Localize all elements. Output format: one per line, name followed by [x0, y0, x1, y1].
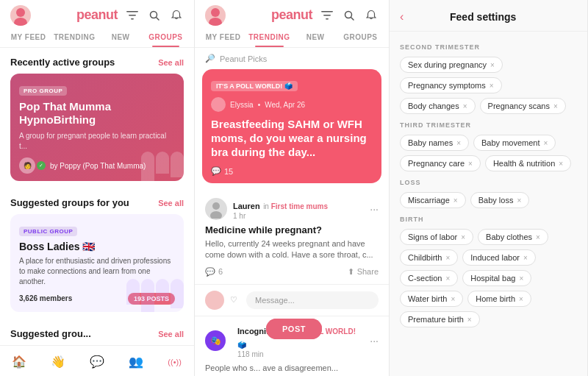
bottom-nav-groups[interactable]: 👥: [116, 352, 155, 372]
tag-c-section[interactable]: C-section ×: [400, 270, 458, 286]
tag-remove-icon[interactable]: ×: [553, 102, 558, 110]
tag-sex-during-pregnancy[interactable]: Sex during pregnancy ×: [400, 57, 503, 73]
tag-pregnancy-scans[interactable]: Pregnancy scans ×: [480, 98, 566, 114]
tag-premature-birth[interactable]: Premature birth ×: [400, 311, 480, 327]
back-button[interactable]: ‹: [400, 10, 404, 24]
tag-remove-icon[interactable]: ×: [461, 233, 465, 241]
tag-remove-icon[interactable]: ×: [543, 139, 548, 147]
tag-health-nutrition[interactable]: Health & nutrition ×: [485, 155, 571, 171]
tab-groups-mid[interactable]: GROUPS: [338, 27, 383, 47]
tag-baby-loss[interactable]: Baby loss ×: [470, 192, 530, 208]
tag-body-changes[interactable]: Body changes ×: [400, 98, 476, 114]
message-input[interactable]: Message...: [246, 291, 379, 309]
tag-remove-icon[interactable]: ×: [490, 61, 495, 69]
tag-hospital-bag[interactable]: Hospital bag ×: [462, 270, 531, 286]
tag-remove-icon[interactable]: ×: [519, 274, 523, 283]
post-button-mid[interactable]: POST: [266, 319, 322, 339]
tag-remove-icon[interactable]: ×: [463, 102, 467, 110]
tag-label: Body changes: [408, 102, 459, 110]
tab-my-feed-mid[interactable]: MY FEED: [201, 27, 245, 47]
tab-trending-left[interactable]: TRENDING: [51, 27, 98, 47]
tag-remove-icon[interactable]: ×: [445, 274, 450, 283]
avatar[interactable]: [10, 5, 31, 26]
post1-author: Lauren: [233, 202, 260, 210]
mid-search-icon[interactable]: [342, 8, 356, 23]
suggested-badge: PUBLIC GROUP: [19, 227, 77, 236]
filter-icon[interactable]: [125, 8, 140, 23]
post1-more[interactable]: ···: [370, 203, 379, 215]
tab-new-mid[interactable]: NEW: [293, 27, 337, 47]
tag-remove-icon[interactable]: ×: [517, 196, 521, 205]
tag-signs-of-labor[interactable]: Signs of labor ×: [400, 229, 473, 245]
peanut-picks: 🔎 Peanut Picks: [195, 48, 389, 69]
incognito-avatar: 🎭: [205, 330, 226, 351]
post1-group[interactable]: First time mums: [271, 202, 328, 210]
tag-remove-icon[interactable]: ×: [559, 160, 563, 168]
tag-remove-icon[interactable]: ×: [519, 295, 523, 303]
recently-active-title: Recently active groups: [10, 57, 115, 68]
search-icon[interactable]: [147, 8, 162, 23]
bottom-nav-wave[interactable]: 👋: [39, 352, 78, 372]
tag-remove-icon[interactable]: ×: [536, 233, 540, 241]
comment-icon: 💬: [211, 166, 221, 176]
mid-header-icons: [320, 8, 379, 23]
post2-more[interactable]: ···: [370, 335, 379, 347]
svg-rect-9: [321, 11, 333, 13]
tag-remove-icon[interactable]: ×: [451, 295, 455, 303]
mid-filter-icon[interactable]: [320, 8, 334, 23]
post2-time: 118 min: [237, 350, 364, 358]
poll-tag: IT'S A POLL WORLD! 🗳️: [211, 81, 298, 91]
decorative-figures-2: [126, 279, 184, 312]
tag-remove-icon[interactable]: ×: [467, 316, 472, 324]
tag-baby-movement[interactable]: Baby movement ×: [473, 135, 556, 151]
poll-author-row: Elyssia • Wed, Apr 26: [211, 97, 373, 112]
tab-groups-left[interactable]: GROUPS: [143, 27, 188, 47]
mid-app-logo: peanut: [271, 7, 312, 23]
poll-card[interactable]: IT'S A POLL WORLD! 🗳️ Elyssia • Wed, Apr…: [202, 69, 381, 183]
tag-remove-icon[interactable]: ×: [523, 254, 528, 262]
tag-baby-clothes[interactable]: Baby clothes ×: [478, 229, 548, 245]
tag-remove-icon[interactable]: ×: [445, 254, 450, 262]
tag-miscarriage[interactable]: Miscarriage ×: [400, 192, 466, 208]
featured-group-card[interactable]: PRO GROUP Pop That Mumma HypnoBirthing A…: [10, 74, 184, 181]
bottom-nav-chat[interactable]: 💬: [78, 352, 117, 372]
tag-remove-icon[interactable]: ×: [456, 139, 461, 147]
tag-baby-names[interactable]: Baby names ×: [400, 135, 469, 151]
tag-label: Premature birth: [408, 315, 464, 324]
bell-icon[interactable]: [169, 8, 184, 23]
tab-new-left[interactable]: NEW: [98, 27, 143, 47]
bottom-nav-home[interactable]: 🏠: [0, 352, 39, 372]
poll-date: Wed, Apr 26: [265, 101, 305, 109]
tag-label: Miscarriage: [408, 196, 450, 205]
heart-action[interactable]: ♡: [230, 295, 237, 305]
tab-trending-mid[interactable]: TRENDING: [245, 27, 293, 47]
suggested-more-see-all[interactable]: See all: [158, 330, 184, 338]
mid-avatar[interactable]: [205, 5, 226, 26]
tag-childbirth[interactable]: Childbirth ×: [400, 249, 458, 266]
svg-point-14: [212, 202, 220, 210]
tag-water-birth[interactable]: Water birth ×: [400, 291, 463, 307]
suggested-see-all[interactable]: See all: [158, 199, 184, 207]
mid-bell-icon[interactable]: [364, 8, 379, 23]
loss-label: LOSS: [400, 179, 577, 186]
tab-my-feed-left[interactable]: MY FEED: [6, 27, 51, 47]
tag-remove-icon[interactable]: ×: [490, 82, 494, 90]
suggested-more-header: Suggested grou... See all: [0, 319, 194, 345]
bottom-nav-feed[interactable]: ((•)): [155, 352, 194, 372]
tag-home-birth[interactable]: Home birth ×: [467, 291, 531, 307]
suggested-group-card[interactable]: PUBLIC GROUP Boss Ladies 🇬🇧 A place for …: [10, 214, 184, 312]
tag-remove-icon[interactable]: ×: [468, 160, 473, 168]
suggested-title: Suggested groups for you: [10, 197, 129, 208]
tag-induced-labor[interactable]: Induced labor ×: [462, 249, 536, 266]
tag-pregnancy-symptoms[interactable]: Pregnancy symptoms ×: [400, 77, 502, 93]
tag-remove-icon[interactable]: ×: [453, 196, 458, 205]
svg-rect-3: [129, 15, 136, 16]
post1-comment-action[interactable]: 💬 6: [205, 267, 223, 277]
tag-label: Hospital bag: [470, 274, 515, 283]
feed-settings-scroll: SECOND TRIMESTER Sex during pregnancy × …: [390, 32, 587, 376]
post1-share-action[interactable]: ⬆ Share: [348, 267, 379, 277]
recently-active-see-all[interactable]: See all: [158, 58, 184, 67]
tag-pregnancy-care[interactable]: Pregnancy care ×: [400, 155, 481, 171]
message-input-row: ♡ Message...: [195, 285, 389, 316]
post1-in: in: [263, 202, 271, 210]
